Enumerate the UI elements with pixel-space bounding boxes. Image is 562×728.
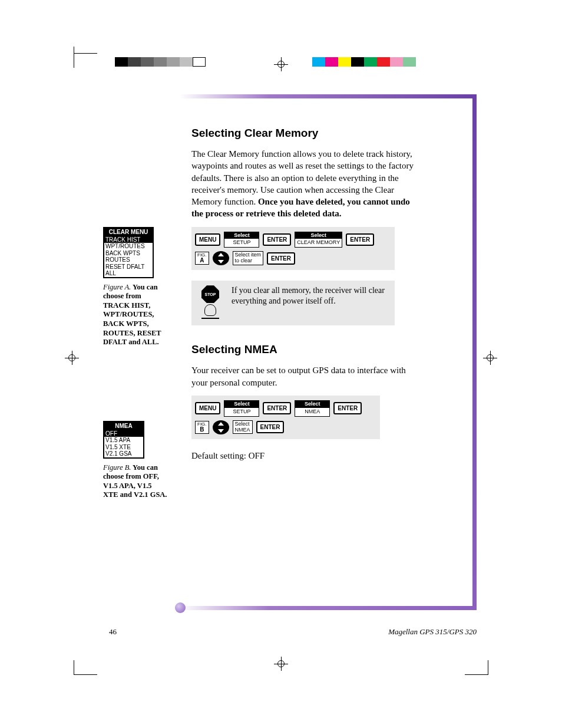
- color-swatch: [115, 57, 128, 67]
- color-swatch: [167, 57, 180, 67]
- color-swatch: [128, 57, 141, 67]
- key-menu: MENU: [195, 402, 220, 414]
- lcd-row: WPT/ROUTES: [104, 243, 153, 250]
- color-swatch: [325, 57, 338, 67]
- diagram-clear-memory: MENU Select SETUP ENTER Select CLEAR MEM…: [191, 227, 395, 271]
- fig-b-badge: FIG. B: [195, 421, 209, 434]
- lcd-row: RESET DFALT: [104, 263, 153, 271]
- heading-clear-memory: Selecting Clear Memory: [191, 127, 415, 140]
- figure-a-caption-label: Figure A.: [103, 283, 131, 291]
- select-setup-box: Select SETUP: [224, 400, 259, 417]
- para-nmea: Your receiver can be set to output GPS d…: [191, 364, 415, 388]
- key-enter: ENTER: [263, 402, 291, 414]
- stop-warning: STOP If you clear all memory, the receiv…: [191, 281, 395, 325]
- up-down-arrows-icon: [213, 251, 229, 265]
- figure-a: CLEAR MENU TRACK HISTWPT/ROUTESBACK WPTS…: [103, 227, 174, 347]
- diagram-nmea: MENU Select SETUP ENTER Select NMEA ENTE…: [191, 396, 380, 439]
- color-swatch: [377, 57, 390, 67]
- color-swatch: [154, 57, 167, 67]
- figure-b-screen: NMEA OFFV1.5 APAV1.5 XTEV2.1 GSA: [103, 421, 144, 459]
- color-swatch: [364, 57, 377, 67]
- color-swatch: [193, 57, 206, 67]
- color-swatch: [141, 57, 154, 67]
- lcd-row: ALL: [104, 270, 153, 277]
- page-content: CLEAR MENU TRACK HISTWPT/ROUTESBACK WPTS…: [109, 94, 453, 634]
- registration-target-top: [274, 57, 288, 71]
- registration-target-right: [483, 351, 497, 365]
- key-enter: ENTER: [346, 233, 374, 246]
- color-swatch: [351, 57, 364, 67]
- page-number: 46: [109, 627, 117, 637]
- key-enter: ENTER: [256, 421, 285, 433]
- select-clear-memory-box: Select CLEAR MEMORY: [295, 232, 342, 248]
- figure-a-caption: Figure A. You can choose from TRACK HIST…: [103, 283, 168, 347]
- lcd-row: TRACK HIST: [104, 236, 153, 243]
- default-setting-line: Default setting: OFF: [191, 450, 415, 462]
- registration-swatches-color: [312, 57, 416, 67]
- color-swatch: [338, 57, 351, 67]
- select-nmea-mini-box: SelectNMEA: [233, 420, 253, 434]
- select-setup-box: Select SETUP: [224, 232, 259, 248]
- up-down-arrows-icon: [213, 420, 229, 434]
- lcd-row: V1.5 APA: [104, 437, 143, 444]
- color-swatch: [180, 57, 193, 67]
- color-swatch: [312, 57, 325, 67]
- document-title: Magellan GPS 315/GPS 320: [388, 627, 477, 637]
- key-enter: ENTER: [333, 402, 362, 414]
- lcd-row: ROUTES: [104, 256, 153, 263]
- stop-mascot-icon: STOP: [196, 285, 224, 321]
- main-column: Selecting Clear Memory The Clear Memory …: [191, 127, 415, 467]
- page-footer: 46 Magellan GPS 315/GPS 320: [109, 627, 477, 637]
- registration-target-left: [65, 351, 79, 365]
- key-enter: ENTER: [267, 252, 295, 265]
- heading-nmea: Selecting NMEA: [191, 343, 415, 356]
- registration-target-bottom: [274, 657, 288, 671]
- figure-a-caption-body: You can choose from TRACK HIST, WPT/ROUT…: [103, 283, 161, 347]
- color-swatch: [390, 57, 403, 67]
- figure-b-caption: Figure B. You can choose from OFF, V1.5 …: [103, 463, 168, 500]
- lcd-row: BACK WPTS: [104, 250, 153, 257]
- fig-a-badge: FIG. A: [195, 252, 209, 265]
- figure-a-screen: CLEAR MENU TRACK HISTWPT/ROUTESBACK WPTS…: [103, 227, 154, 278]
- crop-mark-tl: [74, 53, 97, 68]
- lcd-row: V2.1 GSA: [104, 450, 143, 457]
- select-item-to-clear-box: Select itemto clear: [233, 251, 264, 265]
- figure-a-title: CLEAR MENU: [104, 228, 153, 236]
- figure-b-title: NMEA: [104, 422, 143, 430]
- crop-mark-bl: [74, 660, 97, 675]
- key-enter: ENTER: [263, 233, 291, 246]
- color-swatch: [403, 57, 416, 67]
- lcd-row: V1.5 XTE: [104, 444, 143, 451]
- lcd-row: OFF: [104, 430, 143, 437]
- crop-mark-br: [465, 660, 488, 675]
- stop-warning-text: If you clear all memory, the receiver wi…: [232, 285, 390, 307]
- stop-sign-icon: STOP: [201, 285, 219, 303]
- key-menu: MENU: [195, 233, 220, 246]
- para-clear-memory: The Clear Memory function allows you to …: [191, 148, 415, 220]
- figure-b: NMEA OFFV1.5 APAV1.5 XTEV2.1 GSA Figure …: [103, 421, 174, 500]
- select-nmea-box: Select NMEA: [295, 400, 330, 417]
- registration-swatches-grayscale: [115, 57, 206, 67]
- figure-b-caption-label: Figure B.: [103, 463, 131, 472]
